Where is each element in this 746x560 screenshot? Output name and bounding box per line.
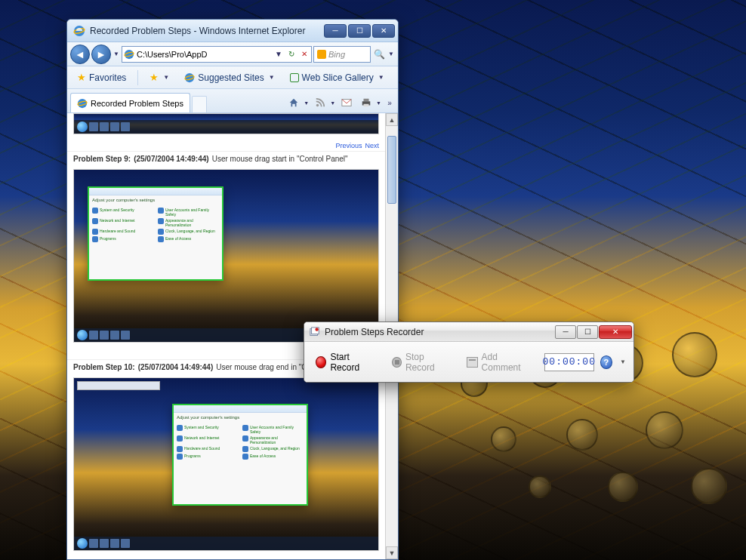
ie-logo-icon [184, 72, 195, 83]
favorites-label: Favorites [89, 72, 126, 83]
address-text: C:\Users\Pro\AppD [137, 50, 271, 59]
search-box[interactable]: Bing [313, 46, 371, 63]
web-slice-link[interactable]: Web Slice Gallery▼ [285, 70, 390, 85]
step-label: Problem Step 10: [73, 363, 135, 371]
feeds-dropdown[interactable]: ▼ [330, 100, 335, 106]
web-slice-label: Web Slice Gallery [302, 72, 374, 83]
stop-icon[interactable]: ✕ [299, 49, 310, 60]
maximize-button[interactable]: ☐ [577, 325, 598, 339]
stop-icon [392, 357, 402, 368]
psr-app-icon [309, 326, 321, 338]
ie-tab-bar: Recorded Problem Steps ▼ ▼ ▼ » [67, 89, 398, 113]
step-description: User mouse drag start in "Control Panel" [212, 155, 348, 163]
add-comment-label: Add Comment [482, 352, 533, 373]
ie-logo-icon [73, 25, 85, 37]
star-icon: ★ [77, 72, 86, 83]
new-tab-button[interactable] [192, 96, 207, 112]
tab-label: Recorded Problem Steps [91, 99, 183, 108]
add-favorite-button[interactable]: ★▼ [144, 69, 174, 85]
cp-heading: Adjust your computer's settings [89, 195, 222, 205]
scroll-down-button[interactable]: ▼ [386, 546, 398, 559]
start-record-label: Start Record [330, 352, 375, 373]
add-comment-button: Add Comment [461, 348, 538, 377]
prev-link[interactable]: Previous [335, 558, 362, 559]
step-screenshot[interactable]: Adjust your computer's settings System a… [73, 169, 379, 343]
minimize-button[interactable]: ─ [555, 325, 576, 339]
separator [137, 70, 138, 85]
feeds-button[interactable] [312, 94, 328, 111]
svg-rect-10 [364, 99, 369, 102]
svg-rect-12 [364, 104, 369, 107]
print-button[interactable] [358, 94, 375, 111]
minimize-button[interactable]: ─ [324, 24, 347, 38]
maximize-button[interactable]: ☐ [348, 24, 371, 38]
tab-recorded-steps[interactable]: Recorded Problem Steps [70, 93, 190, 112]
suggested-sites-label: Suggested Sites [198, 72, 264, 83]
address-bar[interactable]: C:\Users\Pro\AppD ▼ ↻ ✕ [122, 46, 312, 63]
step-block-10: Problem Step 10: (25/07/2004 14:49:44) U… [67, 360, 385, 559]
search-placeholder: Bing [328, 50, 345, 59]
svg-point-15 [315, 328, 318, 331]
step-label: Problem Step 9: [73, 155, 131, 163]
scroll-thumb[interactable] [387, 136, 396, 204]
comment-icon [467, 357, 477, 368]
suggested-sites-link[interactable]: Suggested Sites▼ [179, 70, 279, 85]
close-button[interactable]: ✕ [372, 24, 395, 38]
ie-favorites-bar: ★ Favorites ★▼ Suggested Sites▼ Web Slic… [67, 66, 398, 89]
psr-window-title: Problem Steps Recorder [325, 327, 554, 337]
search-button[interactable]: 🔍 [372, 46, 386, 63]
nav-history-dropdown[interactable]: ▼ [113, 51, 120, 57]
options-dropdown[interactable]: ▼ [618, 358, 627, 365]
svg-point-8 [316, 104, 319, 107]
stop-record-label: Stop Record [405, 352, 450, 373]
refresh-icon[interactable]: ↻ [286, 49, 297, 60]
step-block-partial: PreviousNext [67, 113, 385, 152]
ie-window-title: Recorded Problem Steps - Windows Interne… [90, 26, 322, 36]
chevron-down-icon[interactable]: ▼ [273, 49, 284, 60]
cp-heading: Adjust your computer's settings [174, 413, 307, 422]
step-screenshot[interactable] [73, 113, 379, 134]
ie-navbar: ◄ ► ▼ C:\Users\Pro\AppD ▼ ↻ ✕ Bing 🔍 ▼ [67, 42, 398, 66]
stop-record-button: Stop Record [387, 348, 455, 377]
home-button[interactable] [285, 94, 302, 111]
psr-window: Problem Steps Recorder ─ ☐ ✕ Start Recor… [304, 322, 634, 383]
toolbar-overflow[interactable]: » [384, 99, 395, 107]
star-add-icon: ★ [150, 72, 159, 83]
close-button[interactable]: ✕ [599, 325, 632, 339]
webslice-icon [290, 73, 299, 82]
forward-button[interactable]: ► [91, 45, 111, 64]
back-button[interactable]: ◄ [70, 45, 90, 64]
help-button[interactable]: ? [600, 355, 612, 369]
prev-link[interactable]: Previous [335, 142, 362, 149]
timer-display: 00:00:00 [544, 353, 594, 371]
home-dropdown[interactable]: ▼ [304, 100, 309, 106]
svg-point-4 [185, 72, 194, 82]
svg-point-2 [125, 49, 134, 58]
psr-toolbar: Start Record Stop Record Add Comment 00:… [304, 342, 633, 382]
record-icon [316, 356, 326, 368]
next-link[interactable]: Next [365, 558, 379, 559]
read-mail-button[interactable] [338, 94, 355, 111]
ie-window: Recorded Problem Steps - Windows Interne… [66, 19, 399, 560]
search-dropdown[interactable]: ▼ [387, 51, 395, 57]
step-timestamp: (25/07/2004 14:49:44) [138, 363, 214, 371]
ie-logo-icon [77, 98, 88, 109]
psr-titlebar[interactable]: Problem Steps Recorder ─ ☐ ✕ [304, 322, 633, 342]
bing-icon [317, 50, 326, 59]
ie-logo-icon [124, 49, 134, 60]
svg-point-6 [78, 98, 87, 107]
start-record-button[interactable]: Start Record [310, 348, 381, 377]
favorites-button[interactable]: ★ Favorites [72, 69, 131, 85]
print-dropdown[interactable]: ▼ [376, 100, 381, 106]
ie-titlebar[interactable]: Recorded Problem Steps - Windows Interne… [67, 20, 398, 42]
step-screenshot[interactable]: Adjust your computer's settings System a… [73, 377, 379, 551]
scroll-up-button[interactable]: ▲ [386, 113, 398, 126]
step-timestamp: (25/07/2004 14:49:44) [134, 155, 209, 163]
next-link[interactable]: Next [365, 142, 379, 149]
